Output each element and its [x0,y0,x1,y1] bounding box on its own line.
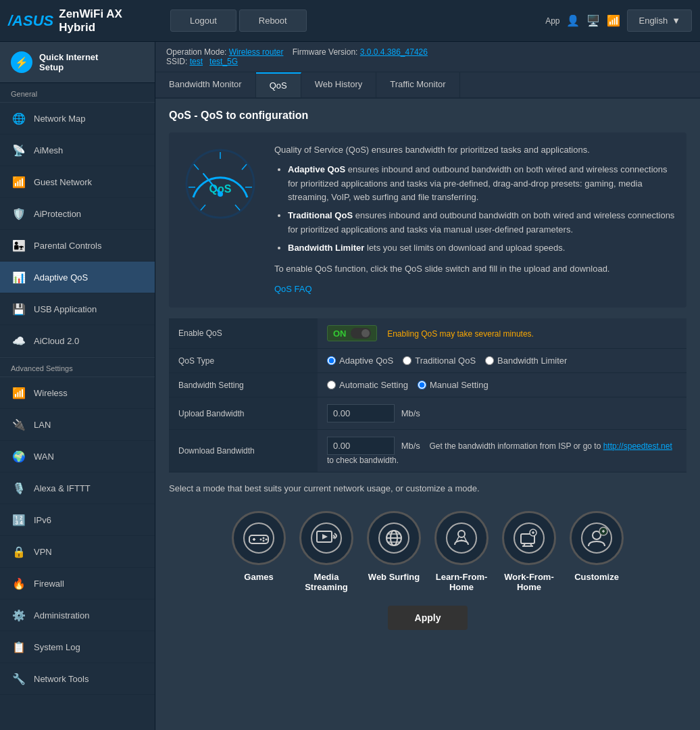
sidebar-item-guest-network[interactable]: 📶Guest Network [0,166,155,198]
bandwidth-automatic[interactable]: Automatic Setting [327,380,408,390]
sidebar-item-wan[interactable]: 🌍WAN [0,441,155,472]
sidebar-label-aimesh: AiMesh [34,145,63,155]
media-streaming-label: MediaStreaming [305,572,348,592]
asus-logo: /ASUS [8,12,53,30]
qos-description-box: QoS Quality of Service (QoS) ensures ban… [169,132,686,308]
download-bandwidth-input[interactable] [327,437,395,455]
bandwidth-setting-row: Bandwidth Setting Automatic Setting Manu… [169,373,686,397]
qos-faq-link[interactable]: QoS FAQ [274,284,312,294]
qos-type-row: QoS Type Adaptive QoS Traditional QoS Ba… [169,349,686,373]
qos-logo: QoS [180,143,261,224]
sidebar-item-parental-controls[interactable]: 👨‍👧Parental Controls [0,230,155,262]
quick-setup-icon: ⚡ [11,51,32,73]
bandwidth-manual[interactable]: Manual Setting [418,380,489,390]
qos-type-bandwidth[interactable]: Bandwidth Limiter [485,356,567,366]
apply-button[interactable]: Apply [388,606,468,630]
wireless-icon: 📶 [11,385,27,401]
games-icon [232,511,286,565]
qos-type-adaptive[interactable]: Adaptive QoS [327,356,393,366]
tab-bandwidth-monitor[interactable]: Bandwidth Monitor [155,72,256,97]
svg-line-2 [194,164,199,170]
qos-intro: Quality of Service (QoS) ensures bandwid… [274,143,676,157]
sidebar-label-wan: WAN [34,452,54,462]
wan-icon: 🌍 [11,448,27,464]
info-bar: Operation Mode: Wireless router Firmware… [155,42,700,72]
sidebar-item-vpn[interactable]: 🔒VPN [0,536,155,568]
usb-application-icon: 💾 [11,301,27,317]
sidebar-item-network-map[interactable]: 🌐Network Map [0,103,155,135]
sidebar-item-firewall[interactable]: 🔥Firewall [0,568,155,600]
mode-work-from-home[interactable]: Work-From-Home [502,511,556,592]
tab-web-history[interactable]: Web History [301,72,377,97]
qos-enable-note: To enable QoS function, click the QoS sl… [274,262,676,276]
ssid-value2[interactable]: test_5G [209,57,238,66]
svg-line-6 [201,205,205,210]
operation-mode-label: Operation Mode: [166,47,226,57]
sidebar-item-adaptive-qos[interactable]: 📊Adaptive QoS [0,262,155,293]
reboot-button[interactable]: Reboot [239,9,307,32]
sidebar-label-aicloud: AiCloud 2.0 [34,336,79,346]
qos-type-label: QoS Type [169,349,318,373]
mode-customize[interactable]: Customize [570,511,624,592]
sidebar: ⚡ Quick InternetSetup General 🌐Network M… [0,42,155,730]
qos-bullet-bandwidth: Bandwidth Limiter lets you set limits on… [288,241,676,256]
work-from-home-icon [502,511,556,565]
logout-button[interactable]: Logout [170,9,236,32]
operation-mode-value[interactable]: Wireless router [229,47,284,57]
sidebar-item-ipv6[interactable]: 🔢IPv6 [0,504,155,536]
qos-faq: QoS FAQ [274,283,676,297]
toggle-on-label: ON [333,328,347,339]
work-from-home-label: Work-From-Home [504,572,553,592]
sidebar-item-aicloud[interactable]: ☁️AiCloud 2.0 [0,325,155,357]
svg-point-38 [582,523,611,553]
svg-point-19 [311,523,341,553]
svg-point-18 [260,539,262,541]
customize-icon [570,511,624,565]
sidebar-label-ipv6: IPv6 [34,515,51,525]
svg-point-15 [263,537,265,539]
quick-internet-setup[interactable]: ⚡ Quick InternetSetup [0,42,155,83]
sidebar-item-aimesh[interactable]: 📡AiMesh [0,135,155,166]
mode-games[interactable]: Games [232,511,286,592]
ssid-value1[interactable]: test [190,57,203,66]
mode-media-streaming[interactable]: MediaStreaming [299,511,353,592]
monitor-icon[interactable]: 🖥️ [586,14,600,27]
system-log-icon: 📋 [11,639,27,655]
sidebar-item-usb-application[interactable]: 💾USB Application [0,293,155,325]
tab-traffic-monitor[interactable]: Traffic Monitor [376,72,459,97]
qos-description: Quality of Service (QoS) ensures bandwid… [274,143,676,297]
speedtest-link[interactable]: http://speedtest.net [603,441,672,451]
sidebar-label-alexa-ifttt: Alexa & IFTTT [34,483,91,493]
download-unit: Mb/s [401,441,420,451]
language-button[interactable]: English ▼ [627,9,692,32]
web-surfing-label: Web Surfing [368,572,420,582]
sidebar-item-administration[interactable]: ⚙️Administration [0,600,155,631]
upload-bandwidth-input[interactable] [327,404,395,422]
sidebar-item-lan[interactable]: 🔌LAN [0,409,155,441]
mode-web-surfing[interactable]: Web Surfing [367,511,421,592]
aimesh-icon: 📡 [11,142,27,158]
network-map-icon: 🌐 [11,110,27,126]
sidebar-item-aiprotection[interactable]: 🛡️AiProtection [0,198,155,230]
vpn-icon: 🔒 [11,543,27,560]
user-icon[interactable]: 👤 [566,14,580,27]
bandwidth-setting-cell: Automatic Setting Manual Setting [318,373,686,397]
sidebar-item-wireless[interactable]: 📶Wireless [0,377,155,409]
sidebar-item-network-tools[interactable]: 🔧Network Tools [0,663,155,695]
upload-bandwidth-label: Upload Bandwidth [169,397,318,430]
sidebar-item-alexa-ifttt[interactable]: 🎙️Alexa & IFTTT [0,472,155,504]
qos-type-traditional[interactable]: Traditional QoS [403,356,476,366]
mode-learn-from-home[interactable]: Learn-From-Home [434,511,489,592]
sidebar-label-system-log: System Log [34,642,80,652]
wifi-icon[interactable]: 📶 [607,14,620,27]
enable-qos-toggle[interactable]: ON [327,325,377,341]
modes-grid: Games MediaStreaming [169,504,686,606]
tab-qos[interactable]: QoS [256,72,301,97]
sidebar-label-firewall: Firewall [34,579,64,589]
sidebar-item-system-log[interactable]: 📋System Log [0,631,155,663]
aiprotection-icon: 🛡️ [11,205,27,222]
firmware-label: Firmware Version: [293,47,358,57]
svg-line-7 [235,205,240,210]
firmware-value[interactable]: 3.0.0.4.386_47426 [360,47,428,57]
sidebar-label-administration: Administration [34,610,89,620]
